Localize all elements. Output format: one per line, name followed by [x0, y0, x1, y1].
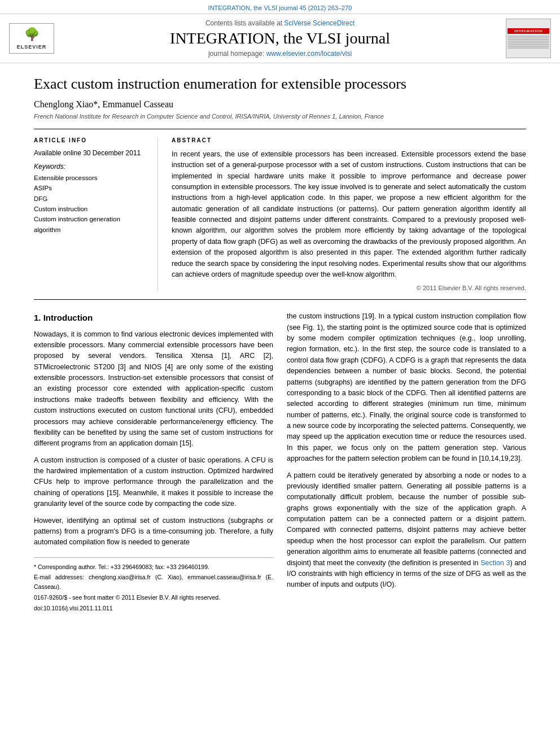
section1-para1: Nowadays, it is common to find various e… [34, 329, 273, 449]
keyword-5: Custom instruction generation algorithm [34, 214, 146, 235]
section1-para3: However, identifying an optimal set of c… [34, 516, 273, 548]
right-column: the custom instructions [19]. In a typic… [287, 311, 526, 614]
journal-title: INTEGRATION, the VLSI journal [61, 29, 499, 47]
homepage-url[interactable]: www.elsevier.com/locate/vlsi [266, 50, 352, 58]
elsevier-tree-icon: 🌳 [13, 26, 50, 43]
abstract-section: ABSTRACT In recent years, the use of ext… [158, 137, 526, 292]
doi-link-text[interactable]: INTEGRATION, the VLSI journal 45 (2012) … [208, 5, 352, 11]
right-para1: the custom instructions [19]. In a typic… [287, 311, 526, 464]
right-para2: A pattern could be iteratively generated… [287, 470, 526, 591]
article-info-section: ARTICLE INFO Available online 30 Decembe… [34, 137, 158, 292]
main-content: Exact custom instruction enumeration for… [0, 63, 560, 626]
sciverse-link[interactable]: SciVerse ScienceDirect [284, 19, 355, 27]
left-column: 1. Introduction Nowadays, it is common t… [34, 311, 273, 614]
affiliation: French National Institute for Research i… [34, 113, 526, 120]
abstract-text: In recent years, the use of extensible p… [172, 149, 526, 281]
section1-heading: 1. Introduction [34, 311, 273, 324]
fn-issn: 0167-9260/$ - see front matter © 2011 El… [34, 593, 273, 602]
keyword-3: DFG [34, 194, 146, 204]
elsevier-name: ELSEVIER [17, 44, 47, 50]
elsevier-logo: 🌳 ELSEVIER [9, 23, 54, 54]
authors: Chenglong Xiao*, Emmanuel Casseau [34, 99, 526, 110]
keywords-list: Extensible processors ASIPs DFG Custom i… [34, 173, 146, 235]
article-title: Exact custom instruction enumeration for… [34, 75, 526, 94]
copyright: © 2011 Elsevier B.V. All rights reserved… [172, 285, 526, 291]
section1-para2: A custom instruction is composed of a cl… [34, 455, 273, 510]
journal-thumbnail: INTEGRATION [506, 19, 551, 58]
journal-header: 🌳 ELSEVIER Contents lists available at S… [0, 14, 560, 63]
doi-link: INTEGRATION, the VLSI journal 45 (2012) … [0, 0, 560, 14]
contents-available: Contents lists available at SciVerse Sci… [61, 19, 499, 27]
thumb-lines [508, 35, 549, 49]
elsevier-logo-box: 🌳 ELSEVIER [9, 23, 54, 54]
body-columns: 1. Introduction Nowadays, it is common t… [34, 311, 526, 614]
journal-homepage: journal homepage: www.elsevier.com/locat… [61, 50, 499, 58]
fn-email: E-mail addresses: chenglong.xiao@irisa.f… [34, 573, 273, 592]
header-center: Contents lists available at SciVerse Sci… [61, 19, 499, 58]
keywords-label: Keywords: [34, 163, 146, 171]
keyword-4: Custom instruction [34, 204, 146, 214]
section3-ref[interactable]: Section 3 [480, 559, 510, 567]
thumb-title: INTEGRATION [508, 28, 549, 34]
keyword-2: ASIPs [34, 183, 146, 193]
abstract-heading: ABSTRACT [172, 137, 526, 143]
keyword-1: Extensible processors [34, 173, 146, 183]
article-info-heading: ARTICLE INFO [34, 137, 146, 143]
article-info-abstract: ARTICLE INFO Available online 30 Decembe… [34, 129, 526, 300]
available-online: Available online 30 December 2011 [34, 149, 146, 157]
fn-corresponding: * Corresponding author. Tel.: +33 296469… [34, 562, 273, 572]
footnote-area: * Corresponding author. Tel.: +33 296469… [34, 557, 273, 613]
fn-doi: doi:10.1016/j.vlsi.2011.11.011 [34, 604, 273, 613]
